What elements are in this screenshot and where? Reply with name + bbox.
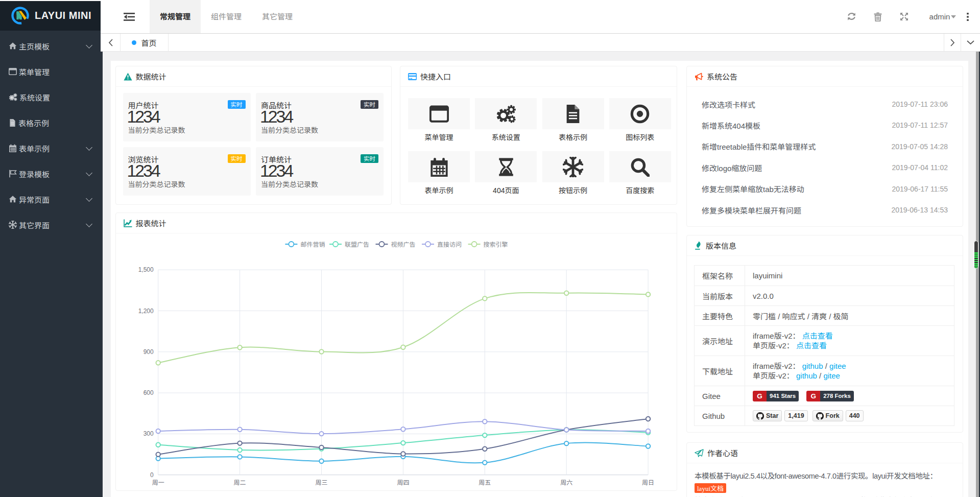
svg-text:300: 300: [143, 430, 153, 437]
svg-text:周三: 周三: [315, 479, 327, 486]
svg-text:邮件营销: 邮件营销: [300, 241, 325, 248]
svg-text:1,500: 1,500: [138, 266, 153, 273]
svg-text:周五: 周五: [479, 479, 491, 486]
svg-text:搜索引擎: 搜索引擎: [483, 241, 508, 248]
svg-text:900: 900: [143, 348, 153, 356]
svg-text:联盟广告: 联盟广告: [345, 241, 369, 248]
svg-text:周二: 周二: [233, 479, 246, 486]
svg-text:周六: 周六: [560, 479, 572, 486]
svg-text:600: 600: [143, 389, 153, 396]
svg-text:直接访问: 直接访问: [437, 241, 462, 248]
svg-text:周日: 周日: [642, 479, 654, 486]
svg-text:周四: 周四: [397, 479, 409, 486]
svg-text:周一: 周一: [152, 479, 164, 486]
svg-text:1,200: 1,200: [138, 307, 153, 315]
svg-text:0: 0: [150, 471, 154, 479]
svg-text:视频广告: 视频广告: [391, 241, 415, 248]
